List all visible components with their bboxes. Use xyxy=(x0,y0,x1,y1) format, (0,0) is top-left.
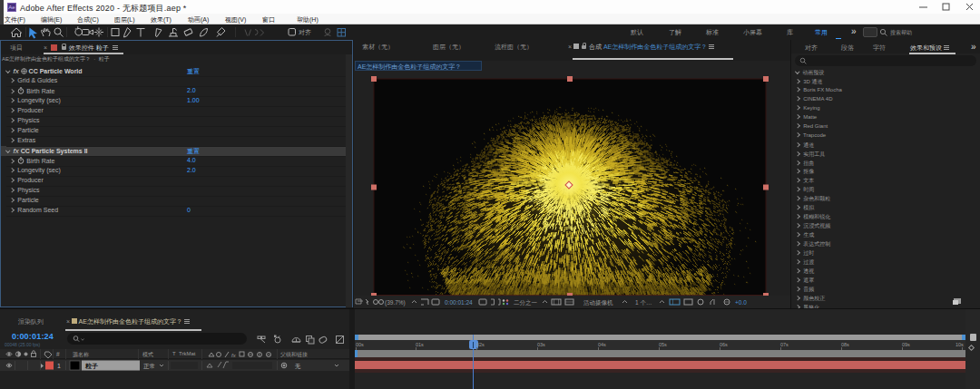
svg-text:粒子: 粒子 xyxy=(84,363,98,370)
svg-text:#: # xyxy=(56,351,60,357)
svg-text:1: 1 xyxy=(57,363,61,369)
svg-text:正常: 正常 xyxy=(143,363,155,369)
svg-text:fx: fx xyxy=(231,353,237,358)
svg-text:无: 无 xyxy=(295,363,301,370)
